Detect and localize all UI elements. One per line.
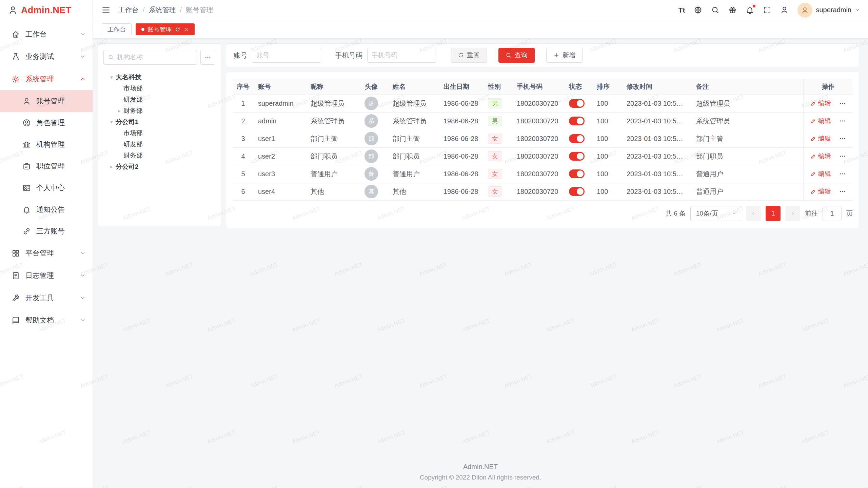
cell-gender: 女 — [483, 147, 512, 165]
org-more-button[interactable] — [200, 50, 215, 65]
tree-caret-icon[interactable] — [107, 74, 116, 80]
row-more-button[interactable] — [839, 170, 846, 177]
pencil-icon — [810, 101, 816, 106]
edit-button[interactable]: 编辑 — [810, 169, 831, 178]
close-icon[interactable] — [183, 27, 189, 32]
edit-button[interactable]: 编辑 — [810, 117, 831, 125]
edit-button[interactable]: 编辑 — [810, 99, 831, 108]
page-button-1[interactable]: 1 — [766, 206, 781, 221]
sidebar-item-personal-center[interactable]: 个人中心 — [0, 177, 93, 199]
status-toggle[interactable] — [569, 187, 585, 196]
tree-node[interactable]: 分公司1 — [103, 116, 215, 127]
goto-label: 前往 — [805, 209, 818, 218]
breadcrumb-item[interactable]: 工作台 — [118, 5, 139, 15]
user-menu[interactable]: superadmin — [797, 3, 860, 18]
sidebar-item-help-docs[interactable]: 帮助文档 — [0, 309, 93, 331]
add-button[interactable]: 新增 — [546, 48, 583, 63]
tree-node-label: 研发部 — [123, 95, 143, 104]
refresh-icon[interactable] — [175, 27, 180, 32]
sidebar-item-dev-tools[interactable]: 开发工具 — [0, 287, 93, 309]
sidebar-item-business-test[interactable]: 业务测试 — [0, 45, 93, 68]
goto-page-input[interactable] — [823, 206, 842, 221]
sidebar-item-label: 开发工具 — [25, 293, 74, 303]
gear-icon — [12, 75, 20, 83]
sidebar-item-org-management[interactable]: 机构管理 — [0, 134, 93, 155]
sidebar-item-third-party-account[interactable]: 三方账号 — [0, 220, 93, 242]
tab-account-management[interactable]: 账号管理 — [136, 23, 195, 35]
font-size-icon[interactable]: Tt — [678, 6, 685, 14]
gift-icon[interactable] — [728, 6, 737, 14]
globe-icon[interactable] — [694, 6, 702, 14]
tree-node[interactable]: 分公司2 — [103, 161, 215, 172]
col-name: 姓名 — [388, 79, 439, 95]
cell-account: user2 — [253, 147, 306, 165]
sidebar-item-label: 个人中心 — [36, 183, 86, 192]
cell-nickname: 超级管理员 — [306, 95, 355, 112]
logo-icon — [8, 5, 18, 15]
notification-bell-icon[interactable] — [746, 6, 754, 14]
sidebar-item-platform-management[interactable]: 平台管理 — [0, 242, 93, 264]
row-more-button[interactable] — [839, 153, 846, 160]
sidebar-item-notice[interactable]: 通知公告 — [0, 199, 93, 220]
tree-caret-icon[interactable] — [107, 119, 116, 125]
fullscreen-icon[interactable] — [763, 6, 771, 14]
cell-index: 2 — [233, 112, 253, 130]
status-toggle[interactable] — [569, 152, 585, 161]
link-icon — [22, 227, 31, 236]
cell-name: 其他 — [388, 183, 439, 200]
phone-input[interactable] — [372, 52, 432, 59]
tree-node[interactable]: 市场部 — [103, 83, 215, 94]
query-button[interactable]: 查询 — [498, 48, 535, 63]
search-icon[interactable] — [711, 6, 719, 14]
row-more-button[interactable] — [839, 118, 846, 124]
next-page-button[interactable] — [785, 206, 800, 221]
account-input[interactable] — [256, 52, 317, 59]
tree-node-label: 财务部 — [123, 151, 143, 160]
org-search-input[interactable] — [117, 54, 193, 61]
hamburger-menu-icon[interactable] — [102, 6, 110, 14]
user-icon[interactable] — [780, 6, 789, 14]
tab-workbench[interactable]: 工作台 — [102, 23, 132, 35]
user-circle-icon — [22, 119, 31, 127]
sidebar-item-log-management[interactable]: 日志管理 — [0, 264, 93, 287]
chevron-down-icon — [80, 54, 86, 60]
row-more-button[interactable] — [839, 188, 846, 195]
status-toggle[interactable] — [569, 99, 585, 108]
cell-name: 部门主管 — [388, 130, 439, 147]
edit-button[interactable]: 编辑 — [810, 134, 831, 143]
prev-page-button[interactable] — [746, 206, 761, 221]
edit-button[interactable]: 编辑 — [810, 187, 831, 196]
cell-remark: 系统管理员 — [691, 112, 803, 130]
edit-button[interactable]: 编辑 — [810, 152, 831, 161]
sidebar-item-role-management[interactable]: 角色管理 — [0, 112, 93, 134]
cell-nickname: 普通用户 — [306, 165, 355, 183]
breadcrumb-item[interactable]: 系统管理 — [149, 5, 176, 15]
status-toggle[interactable] — [569, 134, 585, 143]
sidebar-item-account-management[interactable]: 账号管理 — [0, 90, 93, 112]
cell-order: 100 — [592, 95, 622, 112]
cell-order: 100 — [592, 130, 622, 147]
cell-nickname: 系统管理员 — [306, 112, 355, 130]
row-more-button[interactable] — [839, 135, 846, 142]
tree-node[interactable]: 研发部 — [103, 139, 215, 150]
tree-node[interactable]: 财务部 — [103, 105, 215, 116]
tree-node[interactable]: 研发部 — [103, 94, 215, 105]
tree-caret-icon[interactable] — [115, 108, 123, 114]
footer-copyright: Copyright © 2022 Dilon All rights reserv… — [93, 474, 868, 481]
cell-avatar: 普 — [355, 165, 388, 183]
status-toggle[interactable] — [569, 169, 585, 178]
cell-status — [564, 95, 592, 112]
tree-node[interactable]: 大名科技 — [103, 72, 215, 83]
sidebar-item-workbench[interactable]: 工作台 — [0, 23, 93, 45]
reset-button[interactable]: 重置 — [451, 48, 487, 63]
tree-node[interactable]: 财务部 — [103, 150, 215, 161]
tree-caret-icon[interactable] — [107, 164, 116, 170]
page-size-value: 10条/页 — [696, 209, 718, 218]
tree-node[interactable]: 市场部 — [103, 127, 215, 139]
row-more-button[interactable] — [839, 100, 846, 107]
cell-phone: 18020030720 — [512, 183, 564, 200]
status-toggle[interactable] — [569, 117, 585, 125]
page-size-select[interactable]: 10条/页 — [690, 206, 741, 221]
sidebar-item-system-management[interactable]: 系统管理 — [0, 68, 93, 90]
sidebar-item-position-management[interactable]: 职位管理 — [0, 155, 93, 177]
